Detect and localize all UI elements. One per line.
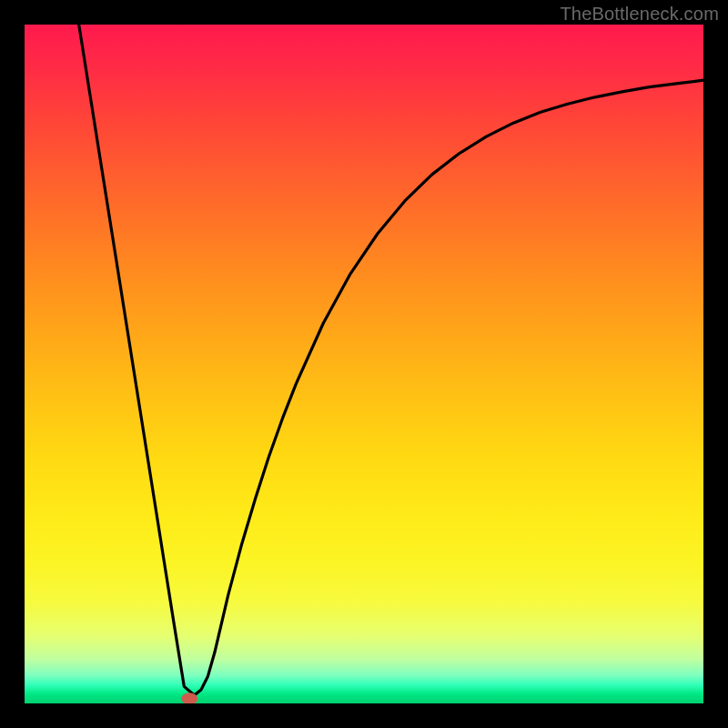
bottleneck-curve-path	[79, 25, 703, 695]
curve-layer	[25, 25, 703, 703]
chart-plot-area	[25, 25, 703, 703]
watermark-text: TheBottleneck.com	[560, 4, 719, 25]
